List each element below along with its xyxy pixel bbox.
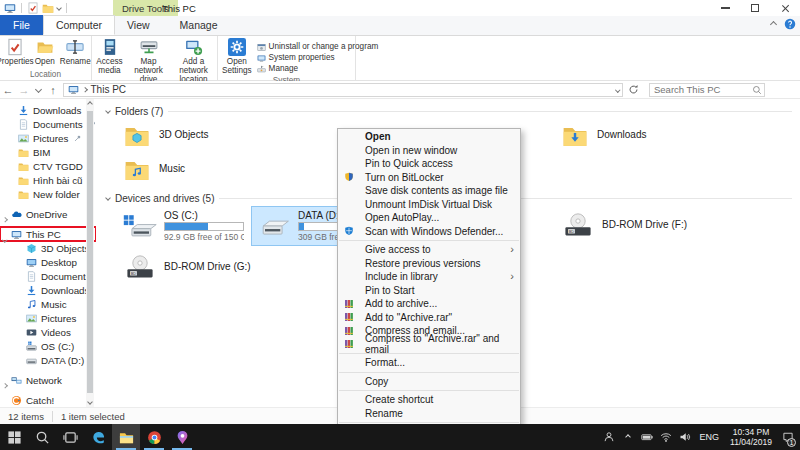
tab-computer[interactable]: Computer (43, 15, 115, 35)
search-input[interactable] (650, 84, 750, 95)
sidebar-item-desktop[interactable]: Desktop (0, 255, 96, 269)
menu-item-open-autoplay[interactable]: Open AutoPlay... (338, 211, 520, 225)
sidebar-item-os-c[interactable]: OS (C:) (0, 339, 96, 353)
refresh-button[interactable] (625, 83, 641, 97)
sidebar-item-ctv-tgdd[interactable]: CTV TGDD (0, 159, 96, 173)
up-button[interactable]: ↑ (45, 84, 61, 96)
open-settings-button[interactable]: Open Settings (222, 38, 252, 75)
sidebar-item-documents[interactable]: Documents (0, 117, 96, 131)
breadcrumb-chevron-icon[interactable] (82, 87, 87, 92)
collapse-group-icon[interactable] (105, 108, 111, 114)
sidebar-item-onedrive[interactable]: OneDrive (0, 207, 96, 221)
menu-item-pin-to-start[interactable]: Pin to Start (338, 284, 520, 298)
sidebar-item-data-d[interactable]: DATA (D:) (0, 353, 96, 367)
menu-item-add-to-archive[interactable]: Add to archive... (338, 297, 520, 311)
tab-manage[interactable]: Manage (168, 15, 230, 35)
show-hidden-icons-button[interactable] (620, 424, 637, 450)
sidebar-item-downloads[interactable]: Downloads (0, 283, 96, 297)
menu-item-format[interactable]: Format... (338, 356, 520, 370)
menu-item-copy[interactable]: Copy (338, 375, 520, 389)
menu-item-scan-with-windows-defender[interactable]: Scan with Windows Defender... (338, 225, 520, 239)
sidebar-item-3d-objects[interactable]: 3D Objects (0, 241, 96, 255)
system-properties-button[interactable]: System properties (257, 52, 379, 62)
sidebar-item-bim[interactable]: BIM (0, 145, 96, 159)
clock[interactable]: 10:34 PM 11/04/2019 (725, 427, 777, 447)
menu-item-pin-to-quick-access[interactable]: Pin to Quick access (338, 157, 520, 171)
address-bar[interactable]: This PC (63, 83, 623, 97)
qat-new-folder-icon[interactable] (42, 2, 54, 14)
network-button[interactable] (658, 424, 675, 450)
taskbar-chrome-button[interactable] (140, 424, 168, 450)
sidebar-item-documents[interactable]: Documents (0, 269, 96, 283)
sidebar-item-pictures[interactable]: Pictures (0, 311, 96, 325)
people-button[interactable] (601, 424, 618, 450)
open-button[interactable]: Open (32, 38, 58, 66)
scroll-up-icon[interactable] (87, 101, 93, 107)
menu-item-include-in-library[interactable]: Include in library› (338, 270, 520, 284)
chevron-right-icon[interactable] (3, 212, 7, 223)
folder-tile-downloads[interactable]: Downloads (556, 122, 726, 156)
folders-group-header[interactable]: Folders (7) (106, 104, 792, 118)
collapse-group-icon[interactable] (105, 195, 111, 201)
taskbar-file-explorer-button[interactable] (112, 424, 140, 450)
taskbar-start-button[interactable] (0, 424, 28, 450)
address-dropdown-icon[interactable] (615, 87, 620, 92)
menu-item-give-access-to[interactable]: Give access to› (338, 243, 520, 257)
menu-item-restore-previous-versions[interactable]: Restore previous versions (338, 257, 520, 271)
breadcrumb-location[interactable]: This PC (91, 84, 127, 95)
drive-tile-os-c[interactable]: OS (C:)92.9 GB free of 150 GB (118, 207, 248, 245)
taskbar-maps-button[interactable] (168, 424, 196, 450)
sidebar-item-new-folder[interactable]: New folder (0, 187, 96, 201)
maximize-button[interactable] (740, 0, 770, 16)
help-icon[interactable] (784, 18, 796, 30)
uninstall-program-button[interactable]: Uninstall or change a program (257, 41, 379, 51)
sidebar-item-videos[interactable]: Videos (0, 325, 96, 339)
taskbar-task-view-button[interactable] (56, 424, 84, 450)
menu-item-rename[interactable]: Rename (338, 407, 520, 421)
menu-item-create-shortcut[interactable]: Create shortcut (338, 393, 520, 407)
taskbar-search-button[interactable] (28, 424, 56, 450)
search-box[interactable] (649, 83, 765, 97)
sidebar-item-downloads[interactable]: Downloads (0, 103, 96, 117)
forward-button[interactable]: → (16, 84, 32, 96)
folder-tile-3d-objects[interactable]: 3D Objects (118, 122, 288, 156)
scroll-down-icon[interactable] (87, 399, 93, 405)
manage-button[interactable]: Manage (257, 63, 379, 73)
back-button[interactable]: ← (0, 84, 16, 96)
sidebar-item-catch[interactable]: Catch! (0, 393, 96, 407)
add-network-location-button[interactable]: Add a network location (171, 38, 217, 85)
menu-item-turn-on-bitlocker[interactable]: Turn on BitLocker (338, 171, 520, 185)
menu-item-save-disk-contents-as-image-file[interactable]: Save disk contents as image file (338, 184, 520, 198)
drive-tile-bd-rom-drive-g[interactable]: BDBD-ROM Drive (G:) (118, 249, 248, 287)
recent-locations-icon[interactable] (35, 86, 42, 93)
drive-tile-bd-rom-drive-f[interactable]: BDBD-ROM Drive (F:) (556, 207, 726, 245)
sidebar-scrollbar[interactable] (86, 99, 94, 407)
properties-button[interactable]: Properties (0, 38, 30, 66)
sidebar-item-this-pc[interactable]: This PC (0, 227, 96, 241)
qat-customize-icon[interactable] (56, 5, 62, 11)
minimize-ribbon-icon[interactable] (770, 20, 777, 27)
minimize-button[interactable] (710, 0, 740, 16)
battery-button[interactable] (639, 424, 656, 450)
tab-file[interactable]: File (0, 15, 43, 35)
action-center-button[interactable]: 1 (779, 424, 796, 450)
rename-button[interactable]: Rename (60, 38, 91, 66)
sidebar-item-network[interactable]: Network (0, 373, 96, 387)
close-button[interactable] (770, 0, 800, 16)
menu-item-unmount-imdisk-virtual-disk[interactable]: Unmount ImDisk Virtual Disk (338, 198, 520, 212)
taskbar-edge-button[interactable] (84, 424, 112, 450)
tab-view[interactable]: View (115, 15, 162, 35)
folder-tile-music[interactable]: Music (118, 156, 288, 190)
volume-button[interactable] (677, 424, 694, 450)
qat-properties-icon[interactable] (27, 2, 39, 14)
sidebar-item-music[interactable]: Music (0, 297, 96, 311)
menu-item-open[interactable]: Open (338, 130, 520, 144)
menu-item-open-in-new-window[interactable]: Open in new window (338, 144, 520, 158)
menu-item-compress-to-archive-rar-and-email[interactable]: Compress to "Archive.rar" and email (338, 338, 520, 352)
chevron-right-icon[interactable] (3, 378, 7, 389)
scrollbar-thumb[interactable] (87, 111, 93, 393)
language-indicator[interactable]: ENG (696, 432, 724, 442)
sidebar-item-pictures[interactable]: Pictures (0, 131, 96, 145)
menu-item-add-to-archive-rar[interactable]: Add to "Archive.rar" (338, 311, 520, 325)
sidebar-item-h-nh-b-i-c[interactable]: Hình bài cũ (0, 173, 96, 187)
